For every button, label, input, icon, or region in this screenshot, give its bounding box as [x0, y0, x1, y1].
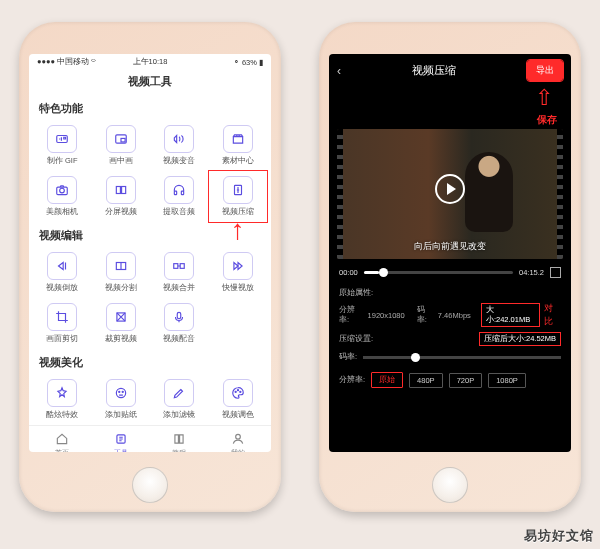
nav-tools[interactable]: 工具	[114, 432, 128, 452]
tool-assets[interactable]: 素材中心	[209, 120, 268, 171]
section-heading-featured: 特色功能	[29, 95, 271, 120]
svg-point-23	[240, 391, 241, 392]
svg-rect-12	[174, 264, 178, 269]
res-opt-720p[interactable]: 720P	[449, 373, 483, 388]
play-icon[interactable]	[435, 174, 465, 204]
res-opt-original[interactable]: 原始	[371, 372, 403, 388]
svg-marker-10	[59, 263, 64, 270]
tool-video-compress[interactable]: 视频压缩 ↑	[209, 171, 268, 222]
cut-icon	[106, 252, 136, 280]
video-preview[interactable]: 向后向前遇见改变	[337, 129, 563, 259]
svg-rect-13	[180, 264, 184, 269]
status-bar: ●●●● 中国移动 ⌔ 上午10:18 ⚬ 63% ▮	[29, 54, 271, 70]
save-annotation: ⇧ 保存	[329, 87, 571, 127]
tool-filter[interactable]: 添加滤镜	[150, 374, 209, 425]
palette-icon	[223, 379, 253, 407]
status-time: 上午10:18	[133, 57, 168, 67]
res-opt-480p[interactable]: 480P	[409, 373, 443, 388]
bitrate-label: 码率:	[339, 352, 357, 362]
tool-label: 视频配音	[163, 334, 195, 344]
svg-point-20	[122, 391, 123, 392]
tool-label: 裁剪视频	[105, 334, 137, 344]
svg-rect-6	[121, 187, 125, 194]
grid-featured: 制作 GIF 画中画 视频变音 素材中心 美颜相机 分屏视频 提取音频 视频压缩…	[29, 120, 271, 222]
res-label: 分辨率:	[339, 375, 365, 385]
tool-label: 添加贴纸	[105, 410, 137, 420]
phone-right: ‹ 视频压缩 导出 ⇧ 保存 向后向前遇见改变 00:00 04:15.2 原始…	[319, 22, 581, 512]
svg-point-18	[116, 388, 125, 397]
back-button[interactable]: ‹	[337, 64, 341, 78]
svg-rect-17	[178, 312, 182, 318]
svg-point-19	[118, 391, 119, 392]
tool-reverse[interactable]: 视频倒放	[33, 247, 92, 298]
svg-point-4	[60, 188, 65, 193]
tool-split-video[interactable]: 视频分割	[92, 247, 151, 298]
tool-speed[interactable]: 快慢视放	[209, 247, 268, 298]
tool-fx[interactable]: 酷炫特效	[33, 374, 92, 425]
compare-button[interactable]: 对比	[544, 302, 561, 328]
tool-crop-frame[interactable]: 画面剪切	[33, 298, 92, 349]
comp-heading: 压缩设置:	[339, 334, 373, 344]
tool-voice-change[interactable]: 视频变音	[150, 120, 209, 171]
page-title: 视频工具	[29, 70, 271, 95]
filmstrip-right	[557, 129, 563, 259]
voice-icon	[164, 125, 194, 153]
nav-label: 首页	[55, 448, 69, 452]
tool-extract-audio[interactable]: 提取音频	[150, 171, 209, 222]
orig-heading: 原始属性:	[339, 288, 373, 298]
tool-label: 视频变音	[163, 156, 195, 166]
export-button[interactable]: 导出	[527, 60, 563, 81]
bitrate-slider[interactable]	[363, 356, 561, 359]
mic-icon	[164, 303, 194, 331]
speed-icon	[223, 252, 253, 280]
titlebar: ‹ 视频压缩 导出	[329, 54, 571, 87]
tool-label: 视频合并	[163, 283, 195, 293]
crop-icon	[47, 303, 77, 331]
fullscreen-icon[interactable]	[550, 267, 561, 278]
tool-label: 酷炫特效	[46, 410, 78, 420]
reverse-icon	[47, 252, 77, 280]
tool-split-screen[interactable]: 分屏视频	[92, 171, 151, 222]
timeline-track[interactable]	[364, 271, 513, 274]
nav-home[interactable]: 首页	[55, 432, 69, 452]
svg-rect-2	[121, 138, 125, 142]
res-opt-1080p[interactable]: 1080P	[488, 373, 526, 388]
tool-dub[interactable]: 视频配音	[150, 298, 209, 349]
tool-label: 视频调色	[222, 410, 254, 420]
info-panel: 原始属性: 分辨率:1920x1080 码率:7.46Mbps 大小:242.0…	[329, 286, 571, 348]
video-subject	[465, 152, 513, 232]
brush-icon	[164, 379, 194, 407]
nav-me[interactable]: 我的	[231, 432, 245, 452]
assets-icon	[223, 125, 253, 153]
tool-make-gif[interactable]: 制作 GIF	[33, 120, 92, 171]
tool-pip[interactable]: 画中画	[92, 120, 151, 171]
tool-label: 美颜相机	[46, 207, 78, 217]
tool-label: 快慢视放	[222, 283, 254, 293]
tool-color[interactable]: 视频调色	[209, 374, 268, 425]
grid-beautify: 酷炫特效 添加贴纸 添加滤镜 视频调色	[29, 374, 271, 425]
time-start: 00:00	[339, 268, 358, 277]
compress-icon	[223, 176, 253, 204]
comp-size-box: 压缩后大小:24.52MB	[479, 332, 561, 346]
gif-icon	[47, 125, 77, 153]
svg-rect-5	[116, 187, 120, 194]
grid-edit: 视频倒放 视频分割 视频合并 快慢视放 画面剪切 裁剪视频 视频配音	[29, 247, 271, 349]
bottom-nav: 首页 工具 教程 我的	[29, 425, 271, 452]
tool-trim[interactable]: 裁剪视频	[92, 298, 151, 349]
bitrate-row: 码率:	[329, 348, 571, 368]
nav-label: 我的	[231, 448, 245, 452]
tool-label: 视频分割	[105, 283, 137, 293]
tool-label: 视频倒放	[46, 283, 78, 293]
tool-sticker[interactable]: 添加贴纸	[92, 374, 151, 425]
video-caption: 向后向前遇见改变	[337, 241, 563, 253]
merge-icon	[164, 252, 194, 280]
tool-merge[interactable]: 视频合并	[150, 247, 209, 298]
nav-tutorial[interactable]: 教程	[172, 432, 186, 452]
tool-label: 制作 GIF	[47, 156, 78, 166]
tool-label: 提取音频	[163, 207, 195, 217]
status-carrier: ●●●● 中国移动 ⌔	[37, 57, 96, 67]
svg-rect-8	[182, 191, 184, 195]
sticker-icon	[106, 379, 136, 407]
tool-beauty-cam[interactable]: 美颜相机	[33, 171, 92, 222]
camera-icon	[47, 176, 77, 204]
